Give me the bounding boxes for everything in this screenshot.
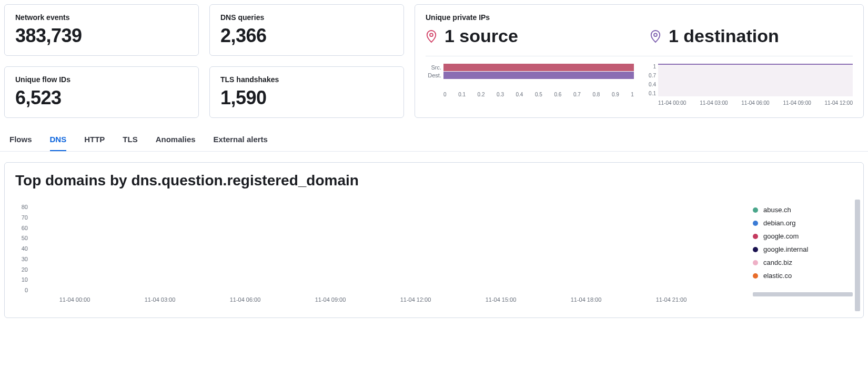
legend-label: google.internal [763, 245, 808, 253]
tab-http[interactable]: HTTP [84, 135, 105, 151]
tab-anomalies[interactable]: Anomalies [156, 135, 196, 151]
unique-private-ips-panel: Unique private IPs 1 source 1 destinatio… [415, 4, 864, 118]
axis-tick: 0.9 [612, 92, 619, 97]
axis-tick: 0 [15, 287, 28, 293]
axis-tick: 11-04 09:00 [783, 100, 811, 106]
map-pin-icon [650, 29, 661, 43]
axis-tick: 11-04 03:00 [145, 296, 176, 303]
axis-tick: 0.8 [592, 92, 600, 97]
legend-item[interactable]: google.com [753, 232, 853, 240]
axis-tick: 30 [15, 256, 28, 262]
axis-tick: 1 [644, 64, 656, 70]
metric-value: 1,590 [220, 87, 393, 109]
destination-count-text: 1 destination [669, 26, 779, 46]
tab-external-alerts[interactable]: External alerts [214, 135, 268, 151]
metric-network-events: Network events 383,739 [4, 4, 199, 56]
map-pin-icon [426, 29, 437, 43]
axis-tick: 60 [15, 225, 28, 231]
mini-x-axis: 11-04 00:0011-04 03:0011-04 06:0011-04 0… [658, 100, 853, 106]
domains-chart: 80706050403020100 11-04 00:0011-04 03:00… [15, 204, 742, 309]
axis-tick: 0.6 [554, 92, 561, 97]
hbar-src [443, 64, 634, 71]
axis-tick: 0.7 [573, 92, 581, 97]
axis-tick: 11-04 12:00 [400, 296, 431, 303]
legend-item[interactable]: debian.org [753, 219, 853, 227]
metric-value: 383,739 [15, 25, 188, 47]
axis-tick: 11-04 12:00 [825, 100, 853, 106]
axis-tick: 0.7 [644, 73, 656, 78]
metrics-grid: Network events 383,739 DNS queries 2,366… [4, 4, 404, 118]
legend-item[interactable]: candc.biz [753, 259, 853, 266]
legend-dot-icon [753, 247, 758, 252]
axis-tick: 40 [15, 245, 28, 252]
panel-scrollbar[interactable] [855, 200, 860, 311]
legend-dot-icon [753, 234, 758, 239]
axis-tick: 11-04 00:00 [658, 100, 686, 106]
metric-title: Unique flow IDs [15, 75, 188, 84]
legend-label: candc.biz [763, 259, 792, 266]
metric-value: 2,366 [220, 25, 393, 47]
legend-item[interactable]: elastic.co [753, 272, 853, 280]
hbar-dest-label: Dest. [426, 72, 441, 80]
chart-y-axis: 80706050403020100 [15, 204, 28, 293]
legend-dot-icon [753, 221, 758, 226]
mini-plot-area [658, 64, 853, 96]
tab-dns[interactable]: DNS [50, 135, 67, 151]
legend-label: abuse.ch [763, 206, 791, 214]
axis-tick: 0.4 [644, 82, 656, 87]
tabs-bar: FlowsDNSHTTPTLSAnomaliesExternal alerts [0, 122, 868, 152]
metric-value: 6,523 [15, 87, 188, 109]
tab-flows[interactable]: Flows [9, 135, 32, 151]
axis-tick: 0.4 [516, 92, 523, 97]
axis-tick: 0 [443, 92, 447, 97]
legend-label: elastic.co [763, 272, 792, 280]
legend-label: debian.org [763, 219, 795, 227]
panel-title: Top domains by dns.question.registered_d… [15, 172, 853, 189]
hbar-dest [443, 72, 634, 79]
axis-tick: 0.3 [497, 92, 504, 97]
axis-tick: 11-04 03:00 [700, 100, 728, 106]
hbar-y-labels: Src. Dest. [426, 64, 441, 80]
summary-row: Network events 383,739 DNS queries 2,366… [0, 0, 868, 122]
axis-tick: 50 [15, 235, 28, 241]
src-dest-bar-chart: Src. Dest. 00.10.20.30.40.50.60.70.80.91 [426, 64, 634, 106]
axis-tick: 20 [15, 266, 28, 273]
top-domains-panel: Top domains by dns.question.registered_d… [4, 162, 864, 318]
metric-title: TLS handshakes [220, 75, 393, 84]
tab-tls[interactable]: TLS [123, 135, 137, 151]
legend-item[interactable]: google.internal [753, 245, 853, 253]
hbar-x-axis: 00.10.20.30.40.50.60.70.80.91 [443, 92, 634, 97]
axis-tick: 0.2 [478, 92, 485, 97]
axis-tick: 80 [15, 204, 28, 210]
axis-tick: 1 [631, 92, 634, 97]
axis-tick: 0.1 [458, 92, 466, 97]
legend-dot-icon [753, 273, 758, 279]
source-count: 1 source [426, 26, 629, 46]
axis-tick: 11-04 21:00 [656, 296, 687, 303]
metric-title: Network events [15, 13, 188, 22]
mini-y-axis: 10.70.40.1 [644, 64, 656, 96]
axis-tick: 70 [15, 214, 28, 221]
svg-point-0 [430, 33, 433, 36]
axis-tick: 11-04 06:00 [230, 296, 261, 303]
destinations-area-chart: 10.70.40.1 11-04 00:0011-04 03:0011-04 0… [644, 64, 853, 106]
axis-tick: 0.1 [644, 91, 656, 96]
destination-count: 1 destination [650, 26, 853, 46]
axis-tick: 11-04 06:00 [741, 100, 769, 106]
hbar-src-label: Src. [426, 64, 441, 72]
source-count-text: 1 source [445, 26, 518, 46]
legend-label: google.com [763, 232, 799, 240]
axis-tick: 11-04 09:00 [315, 296, 346, 303]
axis-tick: 10 [15, 276, 28, 283]
chart-legend: abuse.chdebian.orggoogle.comgoogle.inter… [753, 204, 853, 296]
chart-plot-area [32, 204, 742, 293]
legend-dot-icon [753, 260, 758, 265]
legend-item[interactable]: abuse.ch [753, 206, 853, 214]
chart-x-axis: 11-04 00:0011-04 03:0011-04 06:0011-04 0… [32, 296, 742, 306]
axis-tick: 11-04 00:00 [59, 296, 90, 303]
metric-unique-flow-ids: Unique flow IDs 6,523 [4, 66, 199, 118]
metric-tls-handshakes: TLS handshakes 1,590 [209, 66, 404, 118]
metric-title: DNS queries [220, 13, 393, 22]
axis-tick: 0.5 [535, 92, 542, 97]
legend-scrollbar[interactable] [753, 292, 853, 296]
